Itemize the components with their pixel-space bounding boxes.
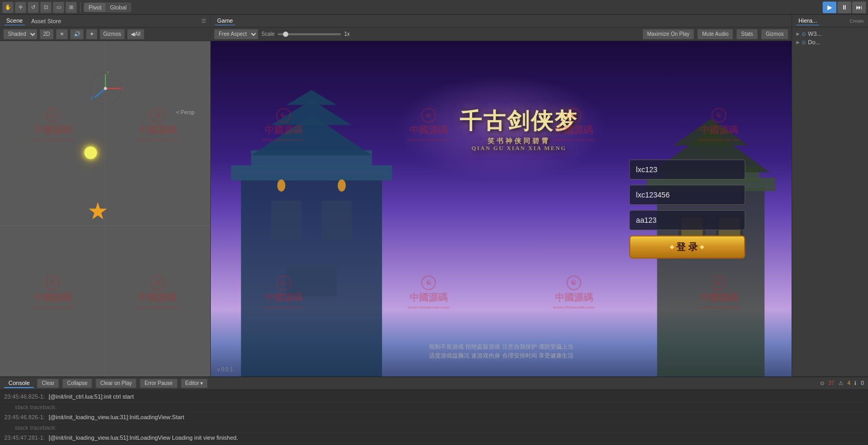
toolbar-sep-1 bbox=[80, 2, 81, 13]
console-panel: Console Clear Collapse Clear on Play Err… bbox=[0, 377, 868, 445]
audio-btn[interactable]: 🔊 bbox=[70, 29, 84, 39]
scene-panel-collapse[interactable]: ☰ bbox=[201, 18, 206, 24]
svg-rect-17 bbox=[271, 201, 301, 241]
console-line-2[interactable]: 23:45:46.826-1: [@init/init_loading_view… bbox=[4, 412, 864, 423]
arrow-icon-1: ▶ bbox=[796, 32, 799, 36]
hand-tool-btn[interactable]: ✋ bbox=[2, 2, 14, 13]
pivot-global-group: Pivot Global bbox=[84, 3, 131, 12]
svg-point-20 bbox=[277, 179, 285, 191]
svg-line-8 bbox=[95, 88, 105, 97]
info-icon: ℹ bbox=[854, 380, 856, 386]
scene-toolbar: Shaded 2D ☀ 🔊 ✦ Gizmos ◀All bbox=[0, 27, 210, 41]
scale-label: Scale bbox=[261, 31, 275, 37]
svg-rect-18 bbox=[321, 201, 352, 241]
scene-icon-2: ⊙ bbox=[802, 39, 806, 45]
gizmos-game-btn[interactable]: Gizmos bbox=[761, 29, 788, 39]
console-sub-1: stack traceback: bbox=[4, 402, 864, 413]
scale-tool-btn[interactable]: ⊡ bbox=[40, 2, 52, 13]
game-title: 千古剑侠梦 笑书神侠同碧霄 QIAN GU XIAN XIA MENG bbox=[460, 108, 578, 152]
rotate-tool-btn[interactable]: ↺ bbox=[27, 2, 39, 13]
global-btn[interactable]: Global bbox=[105, 3, 131, 12]
game-login-panel: lxc123 lxc123456 aa123 登 录 bbox=[629, 160, 745, 259]
pause-btn[interactable]: ⏸ bbox=[837, 2, 851, 13]
editor-btn[interactable]: Editor ▾ bbox=[181, 379, 208, 388]
console-text-2: [@init/init_loading_view.lua:31]:InitLoa… bbox=[48, 414, 184, 420]
arrow-icon-2: ▶ bbox=[796, 40, 799, 45]
svg-marker-26 bbox=[674, 119, 749, 146]
hierarchy-item-1[interactable]: ▶ ⊙ W3... bbox=[794, 29, 866, 38]
console-header: Console Clear Collapse Clear on Play Err… bbox=[0, 377, 868, 390]
clear-on-play-btn[interactable]: Clear on Play bbox=[95, 379, 136, 388]
console-sub-text-2: stack traceback: bbox=[4, 424, 56, 431]
effects-btn[interactable]: ✦ bbox=[86, 29, 97, 39]
hierarchy-item-2[interactable]: ▶ ⊙ Do... bbox=[794, 38, 866, 46]
game-footer: 抵制不良游戏 拒绝盗版游戏 注意自我保护 谨防受骗上当 适度游戏益脑沉 迷游戏伤… bbox=[429, 342, 573, 361]
scene-panel: Scene Asset Store ☰ Shaded 2D ☀ 🔊 ✦ Gizm… bbox=[0, 15, 211, 377]
svg-point-21 bbox=[338, 179, 346, 191]
rect-tool-btn[interactable]: ▭ bbox=[53, 2, 64, 13]
top-toolbar: ✋ ✛ ↺ ⊡ ▭ ⊞ Pivot Global ▶ ⏸ ⏭ bbox=[0, 0, 868, 15]
hierarchy-tab[interactable]: Hiera... bbox=[796, 16, 819, 25]
console-tab[interactable]: Console bbox=[4, 379, 34, 388]
login-btn[interactable]: 登 录 bbox=[629, 235, 745, 259]
play-controls: ▶ ⏸ ⏭ bbox=[823, 2, 866, 13]
console-timestamp-3: 23:45:47.281-1: bbox=[4, 434, 45, 441]
svg-rect-19 bbox=[286, 266, 337, 296]
scale-value: 1x bbox=[344, 31, 350, 37]
scale-slider[interactable] bbox=[278, 33, 341, 35]
game-panel: Game Free Aspect Scale 1x Maximize On Pl… bbox=[211, 15, 792, 377]
server-field[interactable]: aa123 bbox=[629, 210, 745, 230]
game-content: 千古剑侠梦 笑书神侠同碧霄 QIAN GU XIAN XIA MENG ☯ 中國… bbox=[211, 41, 792, 377]
console-timestamp-2: 23:45:46.826-1: bbox=[4, 414, 45, 420]
svg-point-10 bbox=[104, 87, 107, 90]
asset-store-tab[interactable]: Asset Store bbox=[29, 17, 63, 25]
scene-object bbox=[89, 202, 108, 221]
all-btn[interactable]: ◀All bbox=[127, 29, 144, 39]
username-field[interactable]: lxc123 bbox=[629, 160, 745, 180]
console-sub-3: stack traceback: bbox=[4, 443, 864, 446]
game-options: Maximize On Play Mute Audio Stats Gizmos bbox=[642, 29, 788, 39]
pivot-btn[interactable]: Pivot bbox=[84, 3, 105, 12]
svg-text:Z: Z bbox=[91, 95, 94, 101]
game-toolbar: Free Aspect Scale 1x Maximize On Play Mu… bbox=[211, 27, 792, 41]
hierarchy-create-btn[interactable]: Create bbox=[850, 18, 864, 24]
console-stats: ⊙ 37 ⚠ 4 ℹ 0 bbox=[820, 380, 864, 386]
console-line-1[interactable]: 23:45:46.825-1: [@init/init_ctrl.lua:51]… bbox=[4, 392, 864, 402]
clear-btn[interactable]: Clear bbox=[37, 379, 59, 388]
collapse-btn[interactable]: Collapse bbox=[62, 379, 92, 388]
step-btn[interactable]: ⏭ bbox=[852, 2, 866, 13]
error-icon: ⊙ bbox=[820, 380, 824, 386]
warn-count: 4 bbox=[847, 380, 851, 386]
error-count: 37 bbox=[828, 380, 834, 386]
aspect-dropdown[interactable]: Free Aspect bbox=[214, 29, 258, 39]
stats-btn[interactable]: Stats bbox=[736, 29, 758, 39]
scene-tab[interactable]: Scene bbox=[4, 16, 25, 25]
sun-gizmo bbox=[84, 146, 97, 159]
scale-thumb bbox=[283, 32, 288, 37]
mute-audio-btn[interactable]: Mute Audio bbox=[697, 29, 733, 39]
scene-panel-header: Scene Asset Store ☰ bbox=[0, 15, 210, 27]
axis-gizmo: Y X Z bbox=[87, 70, 124, 108]
console-sub-text-1: stack traceback: bbox=[4, 404, 56, 410]
console-timestamp-1: 23:45:46.825-1: bbox=[4, 393, 45, 400]
shading-mode-dropdown[interactable]: Shaded bbox=[3, 29, 37, 39]
warn-icon: ⚠ bbox=[838, 380, 843, 386]
move-tool-btn[interactable]: ✛ bbox=[15, 2, 26, 13]
scene-content: Y X Z < Persp bbox=[0, 41, 210, 377]
persp-label: < Persp bbox=[176, 110, 194, 115]
error-pause-btn[interactable]: Error Pause bbox=[140, 379, 177, 388]
transform-tool-btn[interactable]: ⊞ bbox=[65, 2, 77, 13]
gizmos-btn[interactable]: Gizmos bbox=[100, 29, 125, 39]
pagoda-bg-left bbox=[211, 75, 414, 377]
console-line-3[interactable]: 23:45:47.281-1: [@init/init_loading_view… bbox=[4, 433, 864, 443]
2d-mode-btn[interactable]: 2D bbox=[40, 29, 54, 39]
game-tab[interactable]: Game bbox=[215, 16, 235, 25]
maximize-on-play-btn[interactable]: Maximize On Play bbox=[642, 29, 695, 39]
main-area: Scene Asset Store ☰ Shaded 2D ☀ 🔊 ✦ Gizm… bbox=[0, 15, 868, 377]
lights-btn[interactable]: ☀ bbox=[56, 29, 68, 39]
console-text-1: [@init/init_ctrl.lua:51]:init ctrl start bbox=[48, 393, 134, 400]
password-field[interactable]: lxc123456 bbox=[629, 185, 745, 205]
play-btn[interactable]: ▶ bbox=[823, 2, 836, 13]
game-panel-header: Game bbox=[211, 15, 792, 27]
info-count: 0 bbox=[861, 380, 864, 386]
